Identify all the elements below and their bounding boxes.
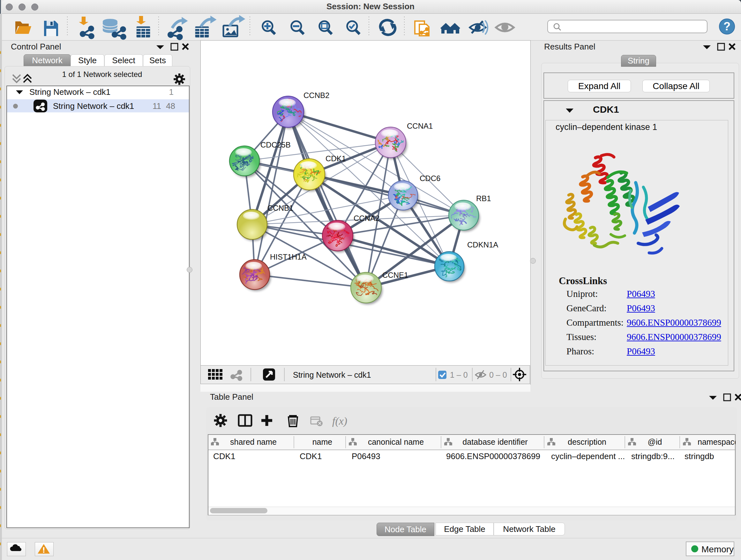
svg-text:@id: @id [648,437,662,446]
svg-text:RB1: RB1 [476,194,491,203]
svg-text:?: ? [724,20,731,33]
svg-text:shared name: shared name [230,437,277,446]
svg-text:namespace: namespace [697,437,736,446]
svg-text:CDC6: CDC6 [420,174,441,183]
svg-text:description: description [568,437,606,446]
svg-text:CCNE1: CCNE1 [382,271,408,279]
svg-text:name: name [313,437,333,446]
svg-text:0 – 0: 0 – 0 [489,370,507,379]
svg-text:CCNA2: CCNA2 [354,214,380,223]
svg-text:String Network – cdk1: String Network – cdk1 [293,370,371,379]
svg-text:CDKN1A: CDKN1A [467,240,498,249]
svg-text:CCNB1: CCNB1 [267,204,293,212]
svg-text:1 – 0: 1 – 0 [450,370,468,379]
svg-text:CCNA1: CCNA1 [407,122,433,130]
svg-text:CCNB2: CCNB2 [304,91,329,100]
svg-text:f(x): f(x) [332,415,347,427]
svg-text:CDK1: CDK1 [326,154,346,163]
svg-text:CDC25B: CDC25B [260,140,291,149]
svg-text:HIST1H1A: HIST1H1A [270,253,307,261]
svg-text:canonical name: canonical name [368,437,424,446]
svg-text:database identifier: database identifier [462,437,528,446]
